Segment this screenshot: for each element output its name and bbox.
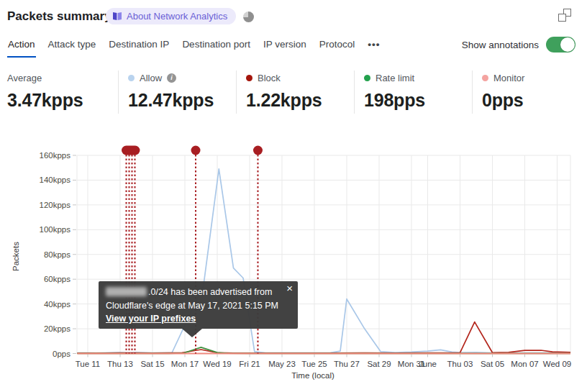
- x-tick-label: Wed 09: [543, 360, 571, 368]
- y-tick-label: 100kpps: [40, 225, 71, 234]
- y-tick-label: 20kpps: [44, 324, 70, 333]
- show-annotations-label: Show annotations: [462, 40, 539, 50]
- x-tick-label: Tue 11: [76, 360, 101, 368]
- stat-average: Average 3.47kpps: [7, 72, 83, 111]
- stat-allow: Allow i 12.47kpps: [128, 72, 214, 111]
- y-tick-label: 120kpps: [40, 201, 71, 209]
- tab-attack-type[interactable]: Attack type: [47, 37, 97, 58]
- block-legend-dot: [246, 75, 252, 81]
- tab-destination-ip[interactable]: Destination IP: [108, 37, 170, 58]
- tab-action[interactable]: Action: [7, 37, 36, 58]
- stat-label: Rate limit: [376, 73, 414, 83]
- y-tick-label: 160kpps: [40, 151, 71, 160]
- stat-value: 1.22kpps: [246, 90, 322, 111]
- y-tick-label: 140kpps: [40, 176, 71, 184]
- stat-divider: [354, 70, 355, 114]
- packets-time-series-chart: 0pps20kpps40kpps60kpps80kpps100kpps120kp…: [0, 137, 587, 392]
- stat-label: Average: [7, 73, 42, 83]
- about-network-analytics-badge[interactable]: About Network Analytics: [106, 8, 236, 24]
- tooltip-close-icon[interactable]: ×: [286, 283, 293, 293]
- x-tick-label: Mon 17: [171, 360, 199, 368]
- tooltip-line2: Cloudflare's edge at May 17, 2021 5:15 P…: [106, 299, 291, 313]
- stat-label: Monitor: [493, 73, 524, 83]
- stat-value: 0pps: [482, 90, 524, 111]
- dimension-tabs: Action Attack type Destination IP Destin…: [7, 37, 381, 58]
- rate-limit-legend-dot: [364, 75, 370, 81]
- usage-pie-icon[interactable]: [243, 12, 254, 22]
- stat-divider: [472, 70, 473, 114]
- view-ip-prefixes-link[interactable]: View your IP prefixes: [106, 314, 196, 324]
- x-tick-label: Sat 05: [481, 360, 504, 368]
- x-tick-label: Wed 19: [203, 360, 231, 368]
- monitor-legend-dot: [482, 75, 488, 81]
- x-tick-label: May 23: [268, 360, 296, 368]
- redacted-ip-prefix: [106, 287, 147, 296]
- stat-divider: [236, 70, 237, 114]
- stat-label: Block: [258, 73, 281, 83]
- y-tick-label: 40kpps: [44, 300, 70, 309]
- y-tick-label: 0pps: [53, 350, 70, 358]
- stat-value: 198pps: [364, 90, 425, 111]
- tooltip-line3: View your IP prefixes: [106, 312, 291, 326]
- info-icon[interactable]: i: [167, 73, 176, 83]
- tooltip-caret: [182, 329, 202, 337]
- front-square: [558, 14, 566, 22]
- book-icon: [112, 12, 122, 21]
- x-tick-label: Sat 15: [140, 360, 164, 368]
- allow-legend-dot: [128, 75, 135, 81]
- tab-protocol[interactable]: Protocol: [319, 37, 356, 58]
- y-tick-label: 60kpps: [44, 275, 70, 283]
- page-title: Packets summary: [7, 9, 112, 24]
- tabs-overflow-button[interactable]: •••: [367, 37, 381, 58]
- tooltip-line1: .0/24 has been advertised from: [106, 286, 291, 299]
- show-annotations-toggle[interactable]: [546, 37, 575, 53]
- stat-value: 3.47kpps: [7, 90, 83, 111]
- stat-block: Block 1.22kpps: [246, 72, 322, 111]
- x-tick-label: Thu 27: [334, 360, 360, 368]
- stat-monitor: Monitor 0pps: [482, 72, 524, 111]
- stat-divider: [118, 70, 119, 114]
- stat-label: Allow: [140, 73, 162, 83]
- x-tick-label: Tue 25: [301, 360, 327, 368]
- annotation-marker-dot[interactable]: [253, 146, 263, 155]
- x-tick-label: Fri 21: [239, 360, 260, 368]
- x-tick-label: Mon 07: [511, 360, 538, 368]
- stat-value: 12.47kpps: [128, 90, 214, 111]
- annotation-tooltip: × .0/24 has been advertised from Cloudfl…: [99, 281, 298, 329]
- x-tick-label: June: [419, 360, 437, 368]
- stat-rate-limit: Rate limit 198pps: [364, 72, 425, 111]
- toggle-knob: [560, 37, 575, 52]
- x-tick-label: Thu 03: [447, 360, 473, 368]
- packets-summary-panel: Packets summary About Network Analytics …: [0, 0, 587, 392]
- duplicate-window-icon[interactable]: [558, 9, 571, 22]
- x-tick-label: Sat 29: [367, 360, 391, 368]
- tab-ip-version[interactable]: IP version: [263, 37, 307, 58]
- y-tick-label: 80kpps: [44, 250, 70, 259]
- x-tick-label: Thu 13: [107, 360, 133, 368]
- show-annotations-control: Show annotations: [462, 37, 575, 53]
- tab-destination-port[interactable]: Destination port: [181, 37, 251, 58]
- annotation-marker-dot[interactable]: [191, 146, 201, 155]
- annotation-marker-pill[interactable]: [122, 146, 140, 155]
- badge-label: About Network Analytics: [127, 11, 227, 22]
